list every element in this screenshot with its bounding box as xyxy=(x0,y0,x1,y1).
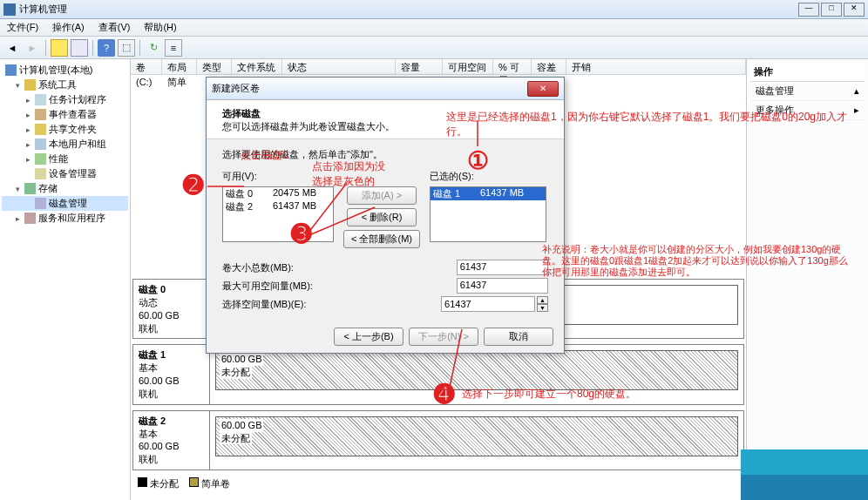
forward-button[interactable]: ► xyxy=(24,39,41,57)
add-button[interactable]: 添加(A) > xyxy=(347,186,417,205)
refresh-icon[interactable]: ↻ xyxy=(145,39,162,57)
dialog-close-button[interactable]: ✕ xyxy=(527,81,559,97)
back-button[interactable]: ◄ xyxy=(3,39,21,57)
back-button[interactable]: < 上一步(B) xyxy=(334,328,403,346)
tree-services[interactable]: ▸服务和应用程序 xyxy=(2,211,128,226)
tree-scheduler[interactable]: ▸任务计划程序 xyxy=(2,92,128,107)
nav-tree: 计算机管理(本地) ▾系统工具 ▸任务计划程序 ▸事件查看器 ▸共享文件夹 ▸本… xyxy=(0,59,131,500)
actions-diskmgmt[interactable]: 磁盘管理▴ xyxy=(750,82,865,101)
window-titlebar: 计算机管理 — □ ✕ xyxy=(0,0,868,19)
tool-icon[interactable]: ≡ xyxy=(165,39,182,57)
select-size-label: 选择空间量(MB)(E): xyxy=(222,298,333,311)
menu-view[interactable]: 查看(V) xyxy=(95,19,134,36)
total-size-label: 卷大小总数(MB): xyxy=(222,261,341,274)
tree-root[interactable]: 计算机管理(本地) xyxy=(2,63,128,78)
menu-action[interactable]: 操作(A) xyxy=(49,19,88,36)
tree-perf[interactable]: ▸性能 xyxy=(2,152,128,166)
help-icon[interactable]: ? xyxy=(98,39,115,57)
tree-eventviewer[interactable]: ▸事件查看器 xyxy=(2,107,128,122)
spin-down-icon[interactable]: ▼ xyxy=(537,304,548,312)
max-size-label: 最大可用空间量(MB): xyxy=(222,280,341,293)
selected-label: 已选的(S): xyxy=(430,170,474,183)
app-icon xyxy=(3,3,16,16)
toolbar: ◄ ► ? ⬚ ↻ ≡ xyxy=(0,37,868,59)
max-size-value: 61437 xyxy=(457,278,548,294)
menubar: 文件(F) 操作(A) 查看(V) 帮助(H) xyxy=(0,19,868,37)
cancel-button[interactable]: 取消 xyxy=(484,328,553,346)
tree-users[interactable]: ▸本地用户和组 xyxy=(2,137,128,152)
actions-more[interactable]: 更多操作▸ xyxy=(750,101,865,120)
next-button[interactable]: 下一步(N) > xyxy=(409,328,478,346)
dialog-subtitle: 选择磁盘 xyxy=(222,107,548,120)
window-title: 计算机管理 xyxy=(19,3,798,16)
tree-storage[interactable]: ▾存储 xyxy=(2,181,128,196)
tree-system-tools[interactable]: ▾系统工具 xyxy=(2,78,128,92)
total-size-value: 61437 xyxy=(457,260,548,275)
decorative-bars xyxy=(741,449,868,500)
spin-up-icon[interactable]: ▲ xyxy=(537,296,548,304)
actions-title: 操作 xyxy=(750,63,865,82)
disk-2-block[interactable]: 磁盘 2 基本 60.00 GB 联机 60.00 GB未分配 xyxy=(132,410,744,470)
actions-panel: 操作 磁盘管理▴ 更多操作▸ xyxy=(746,59,868,500)
available-label: 可用(V): xyxy=(222,170,334,183)
volume-list-header: 卷 布局 类型 文件系统 状态 容量 可用空间 % 可用 容差 开销 xyxy=(131,59,746,75)
remove-button[interactable]: < 删除(R) xyxy=(347,208,417,226)
dialog-instruction: 选择要使用的磁盘，然后单击"添加"。 xyxy=(222,148,548,161)
tool-icon[interactable] xyxy=(71,39,88,57)
close-button[interactable]: ✕ xyxy=(844,3,865,17)
tool-icon[interactable]: ⬚ xyxy=(118,39,135,57)
selected-disks-list[interactable]: 磁盘 161437 MB xyxy=(430,186,546,242)
dialog-title: 新建跨区卷 xyxy=(212,82,527,95)
maximize-button[interactable]: □ xyxy=(821,3,842,17)
dialog-subtext: 您可以选择磁盘并为此卷设置磁盘大小。 xyxy=(222,120,548,133)
disk-legend: 未分配 简单卷 xyxy=(132,476,744,492)
select-size-input[interactable] xyxy=(441,296,535,312)
tree-diskmgmt[interactable]: 磁盘管理 xyxy=(2,196,128,211)
tool-icon[interactable] xyxy=(51,39,68,57)
available-disks-list[interactable]: 磁盘 020475 MB 磁盘 261437 MB xyxy=(222,186,334,242)
new-spanned-volume-dialog: 新建跨区卷 ✕ 选择磁盘 您可以选择磁盘并为此卷设置磁盘大小。 选择要使用的磁盘… xyxy=(206,77,565,354)
remove-all-button[interactable]: < 全部删除(M) xyxy=(343,230,420,248)
menu-file[interactable]: 文件(F) xyxy=(3,19,42,36)
menu-help[interactable]: 帮助(H) xyxy=(140,19,180,36)
tree-shared[interactable]: ▸共享文件夹 xyxy=(2,122,128,137)
minimize-button[interactable]: — xyxy=(798,3,819,17)
tree-devmgr[interactable]: 设备管理器 xyxy=(2,166,128,181)
